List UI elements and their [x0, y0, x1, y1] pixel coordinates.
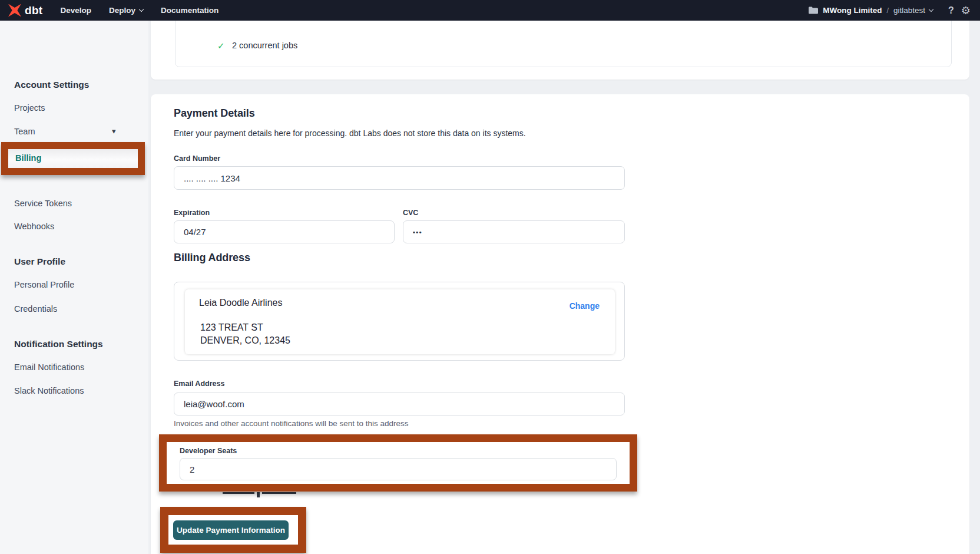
nav-item-documentation[interactable]: Documentation [161, 6, 218, 15]
gear-icon[interactable]: ⚙ [961, 5, 971, 16]
billing-address-city-line: DENVER, CO, 12345 [200, 335, 290, 346]
billing-address-title: Billing Address [174, 252, 250, 264]
nav-item-deploy-label: Deploy [109, 6, 135, 15]
account-switcher[interactable]: MWong Limited / gitlabtest [809, 6, 933, 15]
obscured-text-fragment [223, 492, 254, 494]
help-icon[interactable]: ? [948, 5, 954, 16]
caret-down-icon[interactable]: ▾ [112, 127, 116, 136]
settings-sidebar: Account Settings Projects Team ▾ Users S… [0, 21, 148, 554]
sidebar-item-personal-profile[interactable]: Personal Profile [14, 280, 74, 289]
billing-address-box: Leia Doodle Airlines Change 123 TREAT ST… [174, 282, 625, 361]
sidebar-item-email-notifications[interactable]: Email Notifications [14, 362, 84, 372]
top-navbar: dbt Develop Deploy Documentation MWong L… [0, 0, 980, 21]
sidebar-heading-notification-settings: Notification Settings [14, 339, 103, 349]
sidebar-item-webhooks[interactable]: Webhooks [14, 222, 54, 231]
plan-feature-text: 2 concurrent jobs [232, 41, 297, 50]
folder-icon [809, 6, 818, 14]
developer-seats-label: Developer Seats [180, 447, 237, 455]
expiration-label: Expiration [174, 209, 210, 217]
sidebar-item-service-tokens[interactable]: Service Tokens [14, 199, 72, 208]
account-name: MWong Limited [823, 6, 882, 15]
sidebar-item-slack-notifications[interactable]: Slack Notifications [14, 386, 84, 395]
billing-address-card: Leia Doodle Airlines Change 123 TREAT ST… [185, 289, 615, 354]
sidebar-item-team[interactable]: Team [14, 127, 35, 136]
cvc-label: CVC [403, 209, 418, 217]
chevron-down-icon [929, 7, 933, 12]
email-address-input[interactable] [174, 393, 625, 416]
payment-details-title: Payment Details [174, 107, 255, 120]
billing-address-company: Leia Doodle Airlines [199, 298, 282, 308]
sidebar-heading-user-profile: User Profile [14, 256, 65, 267]
plan-features-box: You are currently using 1 seat ✓ 2 concu… [175, 21, 952, 67]
project-name: gitlabtest [893, 6, 933, 15]
email-address-label: Email Address [174, 380, 224, 388]
update-payment-button[interactable]: Update Payment Information [173, 520, 289, 540]
developer-seats-input[interactable] [180, 458, 617, 480]
card-number-input[interactable] [174, 166, 625, 190]
cvc-input[interactable] [403, 220, 625, 243]
obscured-text-fragment [257, 492, 260, 497]
breadcrumb-separator: / [886, 6, 889, 15]
annotation-box-developer-seats: Developer Seats [159, 434, 637, 492]
payment-details-description: Enter your payment details here for proc… [174, 128, 526, 138]
obscured-text-fragment [262, 492, 296, 494]
card-number-label: Card Number [174, 154, 220, 163]
sidebar-item-projects[interactable]: Projects [14, 103, 45, 113]
nav-item-develop[interactable]: Develop [60, 6, 91, 15]
sidebar-heading-account-settings: Account Settings [14, 80, 89, 90]
expiration-input[interactable] [174, 220, 395, 243]
annotation-box-billing: Billing [1, 142, 145, 175]
dbt-logo-text: dbt [25, 4, 42, 17]
sidebar-item-billing[interactable]: Billing [15, 153, 41, 163]
project-name-label: gitlabtest [893, 6, 925, 15]
plan-usage-card: You are currently using 1 seat ✓ 2 concu… [151, 21, 969, 80]
annotation-box-update-button: Update Payment Information [160, 507, 306, 553]
nav-item-deploy[interactable]: Deploy [109, 6, 143, 15]
change-address-link[interactable]: Change [570, 301, 600, 311]
email-helper-text: Invoices and other account notifications… [174, 419, 408, 428]
dbt-logo-icon [8, 4, 21, 17]
dbt-logo[interactable]: dbt [8, 4, 42, 17]
sidebar-item-credentials[interactable]: Credentials [14, 304, 57, 314]
chevron-down-icon [139, 7, 144, 12]
check-icon: ✓ [217, 41, 225, 51]
billing-address-street: 123 TREAT ST [200, 322, 263, 333]
